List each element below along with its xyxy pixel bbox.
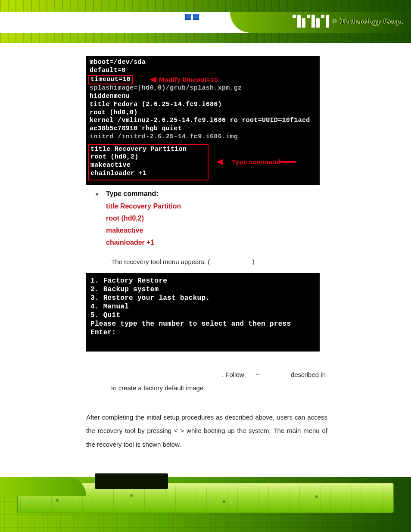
timeout-highlight-box: timeout=10 <box>88 75 133 85</box>
modify-timeout-callout: Modify timeout=10 <box>149 76 218 84</box>
term2-line: Please type the number to select and the… <box>90 320 315 337</box>
decor-square-2 <box>193 14 199 20</box>
term1-line: mboot=/dev/sda <box>90 59 316 67</box>
header-band: ® Technology Corp. <box>0 0 411 43</box>
term1-line: hiddenmenu <box>90 93 316 101</box>
term2-line: 5. Quit <box>90 311 315 320</box>
term1-line: initrd /initrd-2.6.25-14.fc9.i686.img <box>90 133 316 141</box>
terminal-screenshot-2: 1. Factory Restore 2. Backup system 3. R… <box>86 273 320 352</box>
term1-line: ac38b5c78910 rhgb quiet <box>90 125 316 133</box>
type-command-bullet: Type command: <box>96 190 327 198</box>
term1-line: root (hd0,0) <box>90 109 316 117</box>
bullet-label: Type command: <box>106 190 159 198</box>
term1-block-line: title Recovery Partition <box>90 146 205 154</box>
brand-name: Technology Corp. <box>340 16 403 26</box>
term2-line: 2. Backup system <box>90 285 315 294</box>
page-content: mboot=/dev/sda default=0 timeout=10 Modi… <box>86 56 327 451</box>
term1-block-line: root (hd0,2) <box>90 153 205 162</box>
command-line: makeactive <box>106 224 327 236</box>
follow-steps-paragraph: . Follow ~ described in to create a fact… <box>86 368 327 395</box>
decor-square-1 <box>185 14 191 20</box>
footer-curve <box>0 477 86 496</box>
iei-logo-icon <box>293 15 329 28</box>
command-line: chainloader +1 <box>106 236 327 249</box>
footer-dark-chip <box>95 473 168 489</box>
term2-line: 4. Manual <box>90 302 315 311</box>
terminal-screenshot-1: mboot=/dev/sda default=0 timeout=10 Modi… <box>86 56 320 185</box>
term2-line: 3. Restore your last backup. <box>90 294 315 302</box>
after-completing-paragraph: After completing the initial setup proce… <box>86 411 327 451</box>
term1-block-line: chainloader +1 <box>90 170 205 178</box>
term1-line: default=0 <box>90 67 316 75</box>
bullet-icon <box>96 193 98 196</box>
recovery-menu-appears-line: The recovery tool menu appears. ( ) <box>111 258 327 265</box>
command-list: title Recovery Partition root (hd0,2) ma… <box>106 200 327 249</box>
term1-block-line: makeactive <box>90 162 205 170</box>
registered-symbol: ® <box>333 18 337 25</box>
type-command-highlight-box: title Recovery Partition root (hd0,2) ma… <box>88 144 209 180</box>
type-command-callout: Type command <box>216 158 296 166</box>
term1-line: kernel /vmlinuz-2.6.25-14.fc9.i686 ro ro… <box>90 117 316 125</box>
term1-line: title Fedora (2.6.25-14.fc9.i686) <box>90 101 316 109</box>
command-line: title Recovery Partition <box>106 200 327 212</box>
brand-logo: ® Technology Corp. <box>293 15 403 28</box>
term1-line: splashimage=(hd0,0)/grub/splash.xpm.gz <box>90 84 316 93</box>
command-line: root (hd0,2) <box>106 212 327 224</box>
term2-line: 1. Factory Restore <box>90 277 315 285</box>
